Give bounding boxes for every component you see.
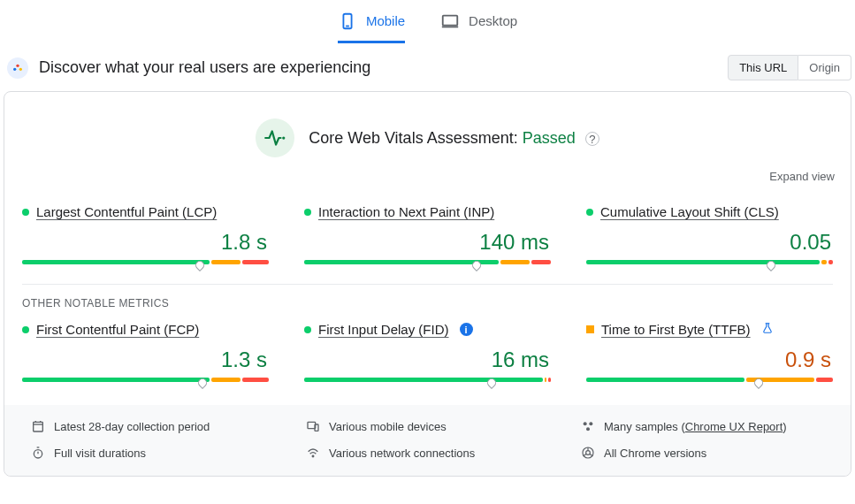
footer-grid: Latest 28-day collection period Various … — [4, 405, 851, 476]
metric-bar-interaction-to-next-paint-inp — [304, 260, 551, 264]
status-dot — [304, 326, 311, 333]
svg-rect-2 — [443, 15, 458, 25]
divider — [22, 284, 833, 285]
other-metrics-grid: First Contentful Paint (FCP) 1.3 s First… — [4, 313, 851, 393]
svg-point-5 — [16, 64, 19, 66]
svg-rect-9 — [34, 422, 43, 431]
svg-point-15 — [584, 422, 587, 425]
device-tabs: Mobile Desktop — [0, 0, 855, 44]
svg-rect-14 — [315, 424, 318, 431]
tab-desktop-label: Desktop — [469, 13, 517, 28]
flask-icon — [761, 322, 774, 337]
footer-devices: Various mobile devices — [290, 419, 565, 433]
timer-icon — [31, 446, 45, 460]
metric-name-first-contentful-paint-fcp[interactable]: First Contentful Paint (FCP) — [36, 322, 199, 337]
metric-name-cumulative-layout-shift-cls[interactable]: Cumulative Layout Shift (CLS) — [600, 204, 779, 219]
samples-icon — [581, 419, 595, 433]
metric-bar-first-input-delay-fid — [304, 378, 551, 382]
expand-view-link[interactable]: Expand view — [769, 170, 835, 183]
metric-largest-contentful-paint-lcp: Largest Contentful Paint (LCP) 1.8 s — [22, 195, 269, 275]
crux-report-link[interactable]: Chrome UX Report — [685, 420, 783, 433]
metric-name-interaction-to-next-paint-inp[interactable]: Interaction to Next Paint (INP) — [318, 204, 494, 219]
devices-icon — [306, 419, 320, 433]
metric-value-first-input-delay-fid: 16 ms — [304, 347, 551, 372]
header-row: Discover what your real users are experi… — [0, 44, 855, 91]
footer-network: Various network connections — [290, 446, 565, 460]
metric-value-time-to-first-byte-ttfb: 0.9 s — [586, 347, 833, 372]
vitals-card: Core Web Vitals Assessment: Passed ? Exp… — [4, 91, 851, 477]
svg-point-21 — [312, 455, 314, 457]
gauge-icon — [7, 57, 28, 79]
metric-first-input-delay-fid: First Input Delay (FID) i 16 ms — [304, 313, 551, 393]
metric-bar-cumulative-layout-shift-cls — [586, 260, 833, 264]
origin-button[interactable]: Origin — [798, 55, 851, 80]
metric-cumulative-layout-shift-cls: Cumulative Layout Shift (CLS) 0.05 — [586, 195, 833, 275]
assessment-row: Core Web Vitals Assessment: Passed ? — [4, 108, 851, 164]
metric-value-cumulative-layout-shift-cls: 0.05 — [586, 230, 833, 255]
svg-point-6 — [19, 67, 22, 70]
metric-name-time-to-first-byte-ttfb[interactable]: Time to First Byte (TTFB) — [601, 322, 751, 337]
metric-value-first-contentful-paint-fcp: 1.3 s — [22, 347, 269, 372]
footer-versions: All Chrome versions — [565, 446, 840, 460]
metric-value-interaction-to-next-paint-inp: 140 ms — [304, 230, 551, 255]
metric-bar-largest-contentful-paint-lcp — [22, 260, 269, 264]
tab-mobile-label: Mobile — [366, 13, 405, 28]
metric-name-largest-contentful-paint-lcp[interactable]: Largest Contentful Paint (LCP) — [36, 204, 217, 219]
status-dot — [304, 209, 311, 216]
assessment-label: Core Web Vitals Assessment: — [309, 129, 517, 147]
footer-durations: Full visit durations — [15, 446, 290, 460]
mobile-icon — [338, 11, 357, 31]
metric-bar-first-contentful-paint-fcp — [22, 378, 269, 382]
metric-bar-time-to-first-byte-ttfb — [586, 378, 833, 382]
url-origin-toggle: This URL Origin — [728, 55, 851, 80]
status-dot — [22, 326, 29, 333]
help-icon[interactable]: ? — [585, 132, 599, 146]
metric-value-largest-contentful-paint-lcp: 1.8 s — [22, 230, 269, 255]
metric-first-contentful-paint-fcp: First Contentful Paint (FCP) 1.3 s — [22, 313, 269, 393]
wifi-icon — [306, 446, 320, 460]
chrome-icon — [581, 446, 595, 460]
metric-name-first-input-delay-fid[interactable]: First Input Delay (FID) — [318, 322, 449, 337]
metric-interaction-to-next-paint-inp: Interaction to Next Paint (INP) 140 ms — [304, 195, 551, 275]
calendar-icon — [31, 419, 45, 433]
this-url-button[interactable]: This URL — [728, 55, 798, 80]
svg-point-4 — [13, 67, 16, 70]
status-dot — [22, 209, 29, 216]
tab-desktop[interactable]: Desktop — [440, 1, 517, 43]
footer-period: Latest 28-day collection period — [15, 419, 290, 433]
info-badge[interactable]: i — [460, 323, 473, 336]
pulse-icon — [256, 118, 294, 157]
svg-point-7 — [282, 136, 285, 139]
assessment-text: Core Web Vitals Assessment: Passed ? — [309, 129, 599, 148]
status-square — [586, 325, 594, 333]
page-title: Discover what your real users are experi… — [39, 58, 370, 77]
status-dot — [586, 209, 593, 216]
footer-samples: Many samples (Chrome UX Report) — [565, 419, 840, 433]
tab-mobile[interactable]: Mobile — [338, 1, 405, 43]
other-metrics-label: OTHER NOTABLE METRICS — [4, 297, 851, 313]
assessment-status: Passed — [523, 129, 576, 147]
svg-point-23 — [586, 451, 591, 455]
desktop-icon — [440, 11, 460, 31]
svg-point-16 — [589, 422, 592, 425]
metric-time-to-first-byte-ttfb: Time to First Byte (TTFB) 0.9 s — [586, 313, 833, 393]
core-metrics-grid: Largest Contentful Paint (LCP) 1.8 s Int… — [4, 195, 851, 275]
svg-point-17 — [586, 427, 590, 431]
